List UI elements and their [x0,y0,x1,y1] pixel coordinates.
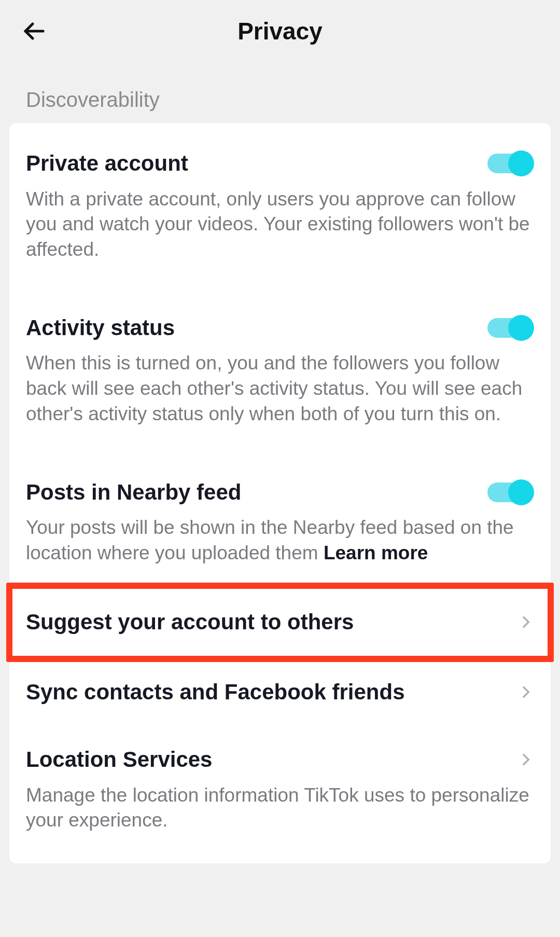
nearby-desc-text: Your posts will be shown in the Nearby f… [26,517,514,563]
nav-title: Suggest your account to others [26,609,354,636]
nav-title: Location Services [26,746,212,774]
highlight-wrapper: Suggest your account to others [9,597,551,647]
back-button[interactable] [18,16,49,47]
setting-desc: Manage the location information TikTok u… [26,778,534,834]
section-label-discoverability: Discoverability [0,62,560,123]
setting-desc: Your posts will be shown in the Nearby f… [26,506,534,566]
settings-card: Private account With a private account, … [9,123,551,863]
toggle-knob [508,479,534,505]
activity-status-toggle[interactable] [487,315,534,341]
setting-title: Posts in Nearby feed [26,479,241,506]
setting-title: Private account [26,150,188,177]
nav-sync-contacts[interactable]: Sync contacts and Facebook friends [9,667,551,718]
setting-desc: With a private account, only users you a… [26,177,534,263]
header: Privacy [0,0,560,62]
arrow-left-icon [21,19,46,44]
setting-activity-status: Activity status When this is turned on, … [9,309,551,427]
nav-location-services[interactable]: Location Services [9,735,551,778]
setting-desc: When this is turned on, you and the foll… [26,341,534,426]
learn-more-link[interactable]: Learn more [324,542,428,563]
toggle-knob [508,150,534,176]
nav-suggest-account[interactable]: Suggest your account to others [9,597,551,647]
chevron-right-icon [517,614,534,630]
nearby-feed-toggle[interactable] [487,479,534,505]
setting-title: Activity status [26,314,175,342]
toggle-knob [508,315,534,341]
chevron-right-icon [517,684,534,700]
private-account-toggle[interactable] [487,150,534,176]
nav-title: Sync contacts and Facebook friends [26,679,405,706]
setting-private-account: Private account With a private account, … [9,145,551,263]
page-title: Privacy [237,17,323,45]
setting-nearby-feed: Posts in Nearby feed Your posts will be … [9,474,551,566]
chevron-right-icon [517,751,534,768]
